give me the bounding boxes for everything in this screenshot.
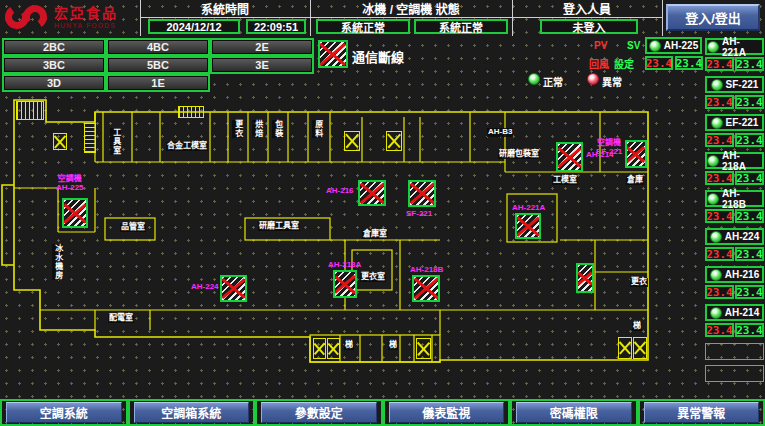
- login-user-label: 登入人員: [512, 1, 662, 16]
- comm-loss-unit[interactable]: [556, 142, 583, 172]
- sv-value: 23.4: [735, 285, 764, 299]
- floor-selector: 2BC 4BC 2E 3BC 5BC 3E 3D 1E: [2, 38, 314, 92]
- device-ah-218b[interactable]: AH-218B: [705, 190, 764, 207]
- status-lamp-icon: [710, 307, 722, 319]
- status-lamp-icon: [649, 40, 661, 52]
- room-label: AH-B3: [487, 128, 513, 137]
- pv-value: 23.4: [645, 56, 673, 70]
- device-name: AH-218B: [722, 188, 762, 210]
- device-ah-225[interactable]: AH-225: [645, 37, 702, 54]
- status-lamp-icon: [711, 79, 723, 91]
- device-ef-221[interactable]: EF-221: [705, 114, 764, 131]
- status-lamp-icon: [711, 117, 723, 129]
- pv-value: 23.4: [705, 95, 734, 109]
- shaft-x-icon: [327, 338, 340, 359]
- comm-loss-unit[interactable]: [358, 180, 386, 206]
- sv-value: 23.4: [735, 171, 764, 185]
- shaft-x-icon: [386, 131, 402, 151]
- device-name: AH-221A: [722, 36, 762, 58]
- sv-value: 23.4: [735, 57, 764, 71]
- floor-button-1e[interactable]: 1E: [108, 76, 208, 90]
- comm-loss-unit[interactable]: [333, 270, 357, 298]
- room-label: 工模室: [552, 176, 578, 185]
- pv-value: 23.4: [705, 209, 734, 223]
- status-lamp-icon: [707, 41, 719, 53]
- room-label: 包裝: [272, 120, 283, 138]
- stair-icon: [16, 101, 44, 120]
- room-label: 梯: [388, 341, 398, 350]
- sv-desc-label: 設定: [614, 56, 634, 71]
- comm-loss-unit[interactable]: [576, 263, 594, 293]
- pv-value: 23.4: [705, 323, 734, 337]
- device-ah-218a[interactable]: AH-218A: [705, 152, 764, 169]
- floor-button-3e[interactable]: 3E: [212, 58, 312, 72]
- room-label: 梯: [632, 322, 642, 331]
- shaft-x-icon: [53, 133, 67, 150]
- device-ah-221a[interactable]: AH-221A: [705, 38, 764, 55]
- room-label: 烘焙: [252, 120, 263, 138]
- logo-subtitle: HUNYA FOODS: [54, 22, 118, 29]
- device-ah-224[interactable]: AH-224: [705, 228, 764, 245]
- sv-value: 23.4: [675, 56, 703, 70]
- comm-loss-unit[interactable]: [220, 275, 247, 302]
- room-label: 工具室: [110, 128, 121, 155]
- equipment-label: AH-218B: [410, 265, 443, 274]
- company-logo: 宏亞食品 HUNYA FOODS: [4, 2, 118, 32]
- room-label: 品管室: [120, 223, 146, 232]
- menu-meter-monitor-button[interactable]: 儀表監視: [389, 402, 505, 423]
- room-label: 研磨包裝室: [498, 150, 540, 159]
- sv-value: 23.4: [735, 133, 764, 147]
- bottom-menu: 空調系統 空調箱系統 參數設定 儀表監視 密碼權限 異常警報: [0, 399, 765, 426]
- floor-button-2bc[interactable]: 2BC: [4, 40, 104, 54]
- device-name: AH-216: [725, 269, 759, 280]
- status-lamp-icon: [710, 269, 722, 281]
- system-date-value: 2024/12/12: [148, 19, 240, 34]
- login-logout-button[interactable]: 登入/登出: [666, 4, 760, 31]
- menu-parameter-settings-button[interactable]: 參數設定: [261, 402, 377, 423]
- room-label: 配電室: [108, 314, 134, 323]
- device-name: AH-225: [664, 40, 698, 51]
- device-name: SF-221: [726, 79, 759, 90]
- menu-password-permission-button[interactable]: 密碼權限: [516, 402, 632, 423]
- shaft-x-icon: [618, 337, 632, 359]
- device-ah-216[interactable]: AH-216: [705, 266, 764, 283]
- device-sf-221[interactable]: SF-221: [705, 76, 764, 93]
- room-label: 更衣: [630, 278, 648, 287]
- shaft-x-icon: [344, 131, 360, 151]
- floor-button-5bc[interactable]: 5BC: [108, 58, 208, 72]
- room-label: 原料: [312, 120, 323, 138]
- floor-button-2e[interactable]: 2E: [212, 40, 312, 54]
- sv-label: SV: [627, 40, 640, 51]
- comm-loss-icon: [318, 40, 348, 68]
- pv-desc-label: 回風: [589, 56, 609, 71]
- comm-loss-unit[interactable]: [62, 198, 88, 228]
- equipment-label: AH-221A: [512, 203, 545, 212]
- logo-title: 宏亞食品: [54, 6, 118, 20]
- sv-value: 23.4: [735, 323, 764, 337]
- comm-loss-unit[interactable]: [408, 180, 436, 207]
- comm-loss-unit[interactable]: [625, 140, 647, 168]
- stair-icon: [178, 106, 204, 118]
- menu-ahu-system-button[interactable]: 空調箱系統: [134, 402, 250, 423]
- comm-loss-unit[interactable]: [412, 275, 440, 302]
- menu-abnormal-alarm-button[interactable]: 異常警報: [644, 402, 760, 423]
- floor-button-3d[interactable]: 3D: [4, 76, 104, 90]
- floor-button-3bc[interactable]: 3BC: [4, 58, 104, 72]
- comm-loss-unit[interactable]: [515, 213, 541, 239]
- abnormal-label: 異常: [602, 74, 622, 89]
- pv-value: 23.4: [705, 247, 734, 261]
- room-label: 研磨工具室: [258, 222, 300, 231]
- pv-value: 23.4: [705, 133, 734, 147]
- pv-label: PV: [594, 40, 607, 51]
- equipment-label: 空調機EF-221: [596, 138, 622, 156]
- status-lamp-icon: [710, 231, 722, 243]
- shaft-x-icon: [633, 337, 647, 359]
- floor-button-4bc[interactable]: 4BC: [108, 40, 208, 54]
- device-ah-214[interactable]: AH-214: [705, 304, 764, 321]
- device-name: AH-214: [725, 307, 759, 318]
- floor-plan: 空調機AH-225AH-216SF-221AH-224AH-218AAH-218…: [0, 92, 660, 396]
- menu-hvac-system-button[interactable]: 空調系統: [6, 402, 122, 423]
- device-name: AH-218A: [722, 150, 762, 172]
- room-label: 冰水機房: [52, 244, 63, 280]
- equipment-label: SF-221: [406, 209, 432, 218]
